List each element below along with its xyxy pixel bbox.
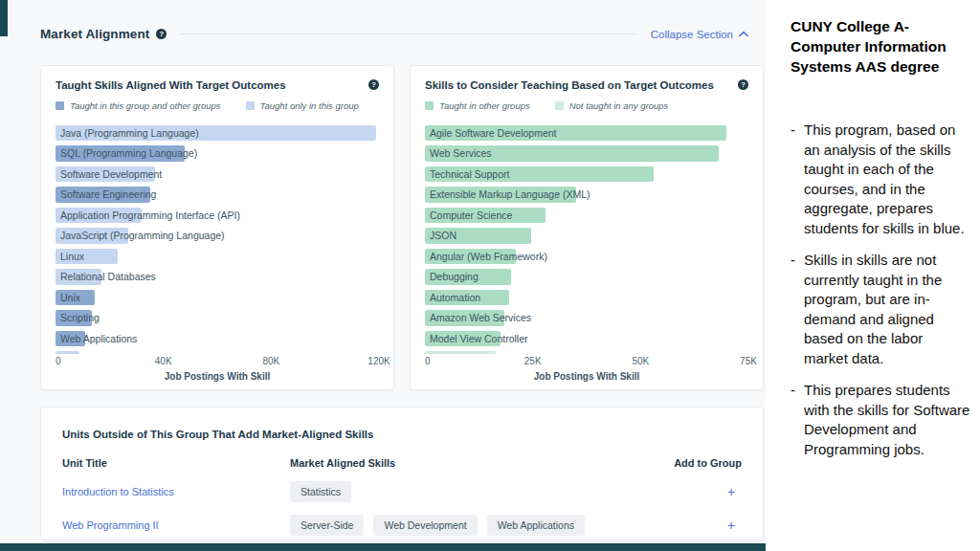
legend-label: Taught in other groups xyxy=(439,100,530,111)
axis-tick: 0 xyxy=(425,356,431,366)
notes-bullet-list: -This program, based on an analysis of t… xyxy=(791,121,970,459)
bar-label: JavaScript (Programming Language) xyxy=(60,230,225,241)
bar-row: Agile Software Development xyxy=(425,122,748,143)
add-to-group-button[interactable]: + xyxy=(721,481,742,502)
bar-row: JSON xyxy=(425,226,748,247)
column-header-market-aligned-skills: Market Aligned Skills xyxy=(290,457,654,469)
legend-item: Taught in this group and other groups xyxy=(56,100,221,111)
skill-chip: Web Development xyxy=(373,515,477,536)
bar-label: Java (Programming Language) xyxy=(60,127,199,139)
bar-row: Unix xyxy=(56,287,379,308)
axis-tick: 40K xyxy=(155,356,172,366)
section-title: Market Alignment xyxy=(40,27,149,41)
bar-row: Debugging xyxy=(425,267,748,288)
header-divider xyxy=(180,33,636,34)
legend-swatch xyxy=(246,101,255,110)
column-header-add-to-group: Add to Group xyxy=(654,457,742,469)
unit-title-link[interactable]: Introduction to Statistics xyxy=(62,486,290,497)
note-bullet: -This prepares students with the skills … xyxy=(791,381,970,459)
bar[interactable] xyxy=(425,351,496,354)
teal-accent-strip-left xyxy=(0,0,8,36)
axis-tick: 120K xyxy=(368,356,390,366)
units-table-body: Introduction to StatisticsStatistics+Web… xyxy=(62,481,742,536)
taught-skills-chart-card: Taught Skills Aligned With Target Outcom… xyxy=(40,65,394,390)
bar-row: Extensible Markup Language (XML) xyxy=(425,185,748,206)
add-to-group-button[interactable]: + xyxy=(721,515,742,536)
section-header: Market Alignment ? Collapse Section xyxy=(40,27,748,41)
help-icon[interactable]: ? xyxy=(368,79,379,90)
bar-row: Linux xyxy=(56,246,379,267)
dashboard-region: Market Alignment ? Collapse Section Taug… xyxy=(0,0,766,551)
skill-chip: Web Applications xyxy=(487,515,585,536)
legend-swatch xyxy=(425,101,434,110)
skill-chips: Server-SideWeb DevelopmentWeb Applicatio… xyxy=(290,515,654,536)
bar-label: Application Programming Interface (API) xyxy=(60,209,240,221)
bar-chart: Agile Software DevelopmentWeb ServicesTe… xyxy=(425,122,748,354)
skill-chips: Statistics xyxy=(290,481,654,502)
notes-title: CUNY College A-Computer Information Syst… xyxy=(791,16,970,77)
slide-notes-panel: CUNY College A-Computer Information Syst… xyxy=(766,0,980,551)
units-table-card: Units Outside of This Group That Add Mar… xyxy=(40,407,764,540)
legend-item: Taught in other groups xyxy=(425,100,530,111)
bar-row: Web Services xyxy=(425,143,748,165)
axis-tick: 0 xyxy=(56,356,61,366)
bar-label: Software Engineering xyxy=(60,188,156,200)
bar-label: SQL (Programming Language) xyxy=(60,147,197,159)
help-icon[interactable]: ? xyxy=(738,79,748,90)
bar-row: Computer Science xyxy=(425,205,748,226)
note-bullet: -This program, based on an analysis of t… xyxy=(791,121,970,238)
screenshot-root: Market Alignment ? Collapse Section Taug… xyxy=(0,0,980,551)
chart-title: Skills to Consider Teaching Based on Tar… xyxy=(425,79,731,91)
teal-accent-strip-bottom xyxy=(0,543,771,551)
collapse-section-link[interactable]: Collapse Section xyxy=(651,29,748,40)
bar-label: Computer Science xyxy=(430,209,512,221)
bar-label: Technical Support xyxy=(430,168,509,180)
bar-label: Angular (Web Framework) xyxy=(430,251,547,262)
bar-row: Web Applications xyxy=(56,328,379,349)
bar-label: Debugging xyxy=(430,271,479,282)
bar-row: Automation xyxy=(425,287,748,308)
column-header-unit-title: Unit Title xyxy=(62,457,290,469)
bars-container: Agile Software DevelopmentWeb ServicesTe… xyxy=(425,122,748,354)
chart-legend: Taught in other groupsNot taught in any … xyxy=(425,100,748,111)
bar-row: Software Engineering xyxy=(56,185,379,206)
bar-label: Unix xyxy=(60,292,80,303)
table-row: Introduction to StatisticsStatistics+ xyxy=(62,481,742,502)
chart-legend: Taught in this group and other groupsTau… xyxy=(56,100,379,111)
x-axis-label: Job Postings With Skill xyxy=(425,371,748,382)
bar-row: Application Programming Interface (API) xyxy=(56,205,379,226)
skill-chip: Statistics xyxy=(290,481,351,502)
units-table-header: Unit Title Market Aligned Skills Add to … xyxy=(62,457,742,469)
bar-row: Scripting xyxy=(56,308,379,329)
bar-label: Automation xyxy=(430,292,480,303)
note-bullet: -Skills in skills are not currently taug… xyxy=(791,251,970,368)
bar-row xyxy=(425,349,748,355)
units-table-title: Units Outside of This Group That Add Mar… xyxy=(62,429,742,440)
bar[interactable] xyxy=(56,351,79,354)
unit-title-link[interactable]: Web Programming II xyxy=(62,519,290,531)
bar-label: Web Services xyxy=(430,147,492,159)
bar-row: Technical Support xyxy=(425,164,748,185)
note-text: This program, based on an analysis of th… xyxy=(804,121,970,238)
bar-label: Software Development xyxy=(60,168,162,180)
bars-container: Java (Programming Language)SQL (Programm… xyxy=(56,122,379,354)
info-icon[interactable]: ? xyxy=(156,29,167,39)
card-header: Taught Skills Aligned With Target Outcom… xyxy=(56,79,379,91)
bar-label: Extensible Markup Language (XML) xyxy=(430,188,590,200)
bar-label: Relational Databases xyxy=(60,271,156,282)
x-axis: 025K50K75K xyxy=(425,356,748,368)
legend-item: Not taught in any groups xyxy=(555,100,669,111)
note-text: This prepares students with the skills f… xyxy=(804,381,970,459)
bar-row: JavaScript (Programming Language) xyxy=(56,226,379,247)
bar-label: Linux xyxy=(60,251,84,262)
axis-tick: 75K xyxy=(740,356,757,366)
legend-label: Not taught in any groups xyxy=(569,100,669,111)
chart-title: Taught Skills Aligned With Target Outcom… xyxy=(56,79,362,91)
bar-row: SQL (Programming Language) xyxy=(56,143,379,165)
legend-label: Taught only in this group xyxy=(260,100,359,111)
table-row: Web Programming IIServer-SideWeb Develop… xyxy=(62,515,742,536)
legend-label: Taught in this group and other groups xyxy=(70,100,221,111)
charts-row: Taught Skills Aligned With Target Outcom… xyxy=(40,65,764,390)
axis-tick: 80K xyxy=(262,356,279,366)
bar-label: Web Applications xyxy=(60,333,137,344)
